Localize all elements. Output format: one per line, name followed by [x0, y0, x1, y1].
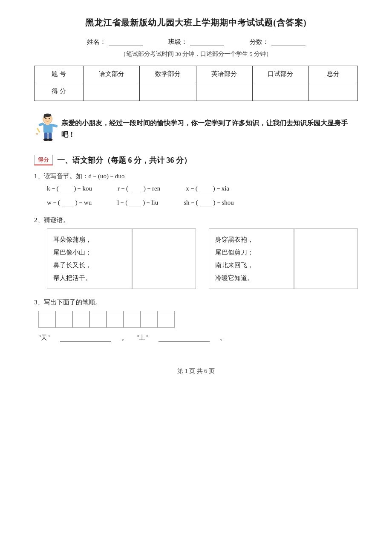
- class-field: 班级：: [168, 38, 224, 46]
- name-field: 姓名：: [87, 38, 143, 46]
- pinyin-item-l: l－()－liu: [117, 199, 158, 207]
- table-data-row: 得 分: [35, 82, 358, 101]
- intro-text: 亲爱的小朋友，经过一段时间的愉快学习，你一定学到了许多知识，让我们去知识乐园大显…: [61, 113, 358, 140]
- strokes-label-row: "天" 。 "上" 。: [38, 334, 358, 342]
- shang-blank: [159, 334, 210, 342]
- score-blank: [271, 38, 306, 46]
- riddle-grid: 耳朵像蒲扇， 尾巴像小山； 鼻子长又长， 帮人把活干。 身穿黑衣袍， 尾巴似剪刀…: [47, 228, 358, 289]
- section1-header: 得分 一、语文部分（每题 6 分，共计 36 分）: [34, 155, 358, 165]
- score-cell-0: [84, 82, 140, 101]
- section1-title: 一、语文部分（每题 6 分，共计 36 分）: [57, 155, 191, 165]
- strokes-section: "天" 。 "上" 。: [38, 311, 358, 342]
- row-label: 得 分: [35, 82, 84, 101]
- svg-rect-13: [37, 128, 40, 133]
- stroke-boxes-row: [38, 311, 358, 328]
- blank-x: [199, 185, 211, 192]
- q1-title: 1、读写音节。如：d－(uo)－duo: [34, 172, 358, 180]
- pinyin-item-r: r－()－ren: [118, 185, 160, 193]
- question-2: 2、猜谜语。 耳朵像蒲扇， 尾巴像小山； 鼻子长又长， 帮人把活干。 身穿黑衣袍…: [34, 216, 358, 289]
- question-3: 3、写出下面子的笔顺。 "天" 。 "上" 。: [34, 298, 358, 342]
- q2-title: 2、猜谜语。: [34, 216, 358, 224]
- tian-label: "天": [38, 334, 50, 342]
- intro-section: 亲爱的小朋友，经过一段时间的愉快学习，你一定学到了许多知识，让我们去知识乐园大显…: [34, 113, 358, 147]
- table-header-row: 题 号 语文部分 数学部分 英语部分 口试部分 总分: [35, 66, 358, 82]
- blank-r: [130, 185, 142, 192]
- exam-subtitle: （笔试部分考试时间 30 分钟，口述部分一个学生 5 分钟）: [34, 50, 358, 58]
- riddle-right-line-4: 冷暖它知道。: [215, 272, 288, 284]
- blank-w: [62, 199, 74, 206]
- col-header-2: 数学部分: [140, 66, 196, 82]
- stroke-box-3: [72, 311, 89, 328]
- blank-l: [129, 199, 141, 206]
- stroke-box-7: [141, 311, 158, 328]
- stroke-box-4: [89, 311, 107, 328]
- blank-k: [61, 185, 72, 192]
- pinyin-item-sh: sh－()－shou: [184, 199, 234, 207]
- score-table: 题 号 语文部分 数学部分 英语部分 口试部分 总分 得 分: [34, 66, 358, 101]
- svg-point-4: [49, 118, 50, 119]
- col-header-1: 语文部分: [84, 66, 140, 82]
- riddle-right-pair: 身穿黑衣袍， 尾巴似剪刀； 南北来回飞， 冷暖它知道。: [209, 228, 358, 289]
- shang-label: "上": [136, 334, 148, 342]
- pinyin-item-k: k－()－kou: [47, 185, 92, 193]
- info-row: 姓名： 班级： 分数：: [34, 38, 358, 46]
- tian-blank: [60, 334, 111, 342]
- q3-title: 3、写出下面子的笔顺。: [34, 298, 358, 306]
- page-title: 黑龙江省最新版幼儿园大班上学期期中考试试题(含答案): [34, 17, 358, 29]
- svg-rect-9: [44, 133, 48, 139]
- stroke-box-6: [124, 311, 141, 328]
- svg-point-3: [45, 118, 46, 119]
- riddle-section: 耳朵像蒲扇， 尾巴像小山； 鼻子长又长， 帮人把活干。 身穿黑衣袍， 尾巴似剪刀…: [47, 228, 358, 289]
- col-header-4: 口试部分: [252, 66, 308, 82]
- stroke-box-5: [107, 311, 124, 328]
- riddle-left-line-1: 耳朵像蒲扇，: [53, 233, 126, 246]
- riddle-left-pair: 耳朵像蒲扇， 尾巴像小山； 鼻子长又长， 帮人把活干。: [47, 228, 196, 289]
- svg-point-12: [48, 139, 53, 141]
- svg-rect-10: [49, 133, 52, 139]
- stroke-box-1: [38, 311, 55, 328]
- page-footer: 第 1 页 共 6 页: [34, 367, 358, 375]
- riddle-right-line-2: 尾巴似剪刀；: [215, 246, 288, 259]
- score-cell-3: [252, 82, 308, 101]
- col-header-5: 总分: [309, 66, 358, 82]
- riddle-right-line-1: 身穿黑衣袍，: [215, 233, 288, 246]
- riddle-left-answer: [132, 228, 196, 289]
- svg-rect-8: [46, 123, 49, 125]
- riddle-right-text: 身穿黑衣袍， 尾巴似剪刀； 南北来回飞， 冷暖它知道。: [209, 228, 294, 289]
- col-header-0: 题 号: [35, 66, 84, 82]
- riddle-left-line-2: 尾巴像小山；: [53, 246, 126, 259]
- pinyin-row-1: k－()－kou r－()－ren x－()－xia: [47, 185, 358, 193]
- blank-sh: [200, 199, 212, 206]
- pinyin-grid: k－()－kou r－()－ren x－()－xia w－()－wu l－()－…: [47, 185, 358, 207]
- pinyin-row-2: w－()－wu l－()－liu sh－()－shou: [47, 199, 358, 207]
- pinyin-item-w: w－()－wu: [47, 199, 92, 207]
- score-cell-1: [140, 82, 196, 101]
- riddle-left-line-3: 鼻子长又长，: [53, 259, 126, 272]
- svg-rect-5: [43, 124, 53, 133]
- stroke-box-8: [158, 311, 175, 328]
- defen-box: 得分: [34, 155, 53, 165]
- stroke-box-2: [55, 311, 72, 328]
- col-header-3: 英语部分: [196, 66, 252, 82]
- riddle-right-line-3: 南北来回飞，: [215, 259, 288, 272]
- pinyin-item-x: x－()－xia: [186, 185, 229, 193]
- score-cell-2: [196, 82, 252, 101]
- riddle-left-text: 耳朵像蒲扇， 尾巴像小山； 鼻子长又长， 帮人把活干。: [47, 228, 132, 289]
- mascot-icon: [34, 113, 61, 147]
- score-cell-4: [309, 82, 358, 101]
- svg-rect-2: [44, 115, 46, 118]
- question-1: 1、读写音节。如：d－(uo)－duo k－()－kou r－()－ren x－…: [34, 172, 358, 207]
- name-blank: [109, 38, 143, 46]
- riddle-right-answer: [294, 228, 358, 289]
- score-field: 分数：: [250, 38, 306, 46]
- riddle-left-line-4: 帮人把活干。: [53, 272, 126, 284]
- class-blank: [190, 38, 224, 46]
